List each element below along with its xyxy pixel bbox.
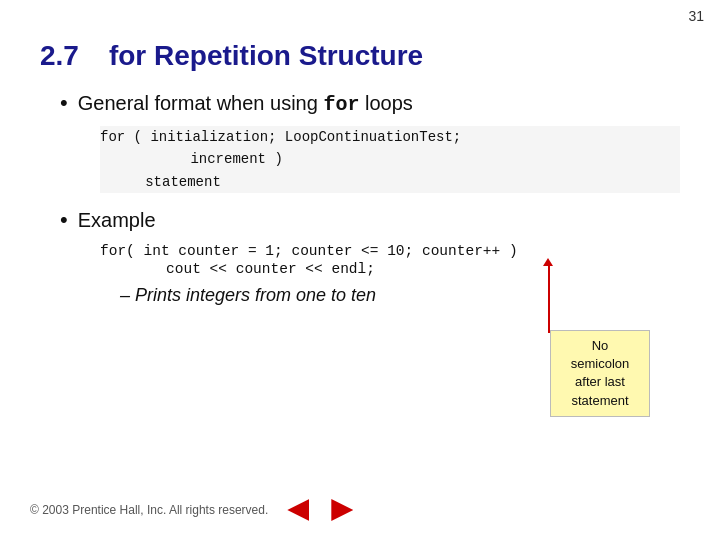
bullet2-text: • Example	[60, 207, 680, 233]
slide-number: 31	[688, 8, 704, 24]
bullet1-after: loops	[359, 92, 412, 114]
callout-line4: statement	[571, 393, 628, 408]
arrow-line	[548, 265, 550, 333]
bullet2-dot: •	[60, 207, 68, 233]
slide: 31 2.7 for Repetition Structure • Genera…	[0, 0, 720, 540]
code-block1: for ( initialization; LoopContinuationTe…	[100, 126, 680, 193]
code-line-for: for( int counter = 1; counter <= 10; cou…	[100, 243, 680, 259]
bullet1-content: General format when using for loops	[78, 92, 413, 116]
title-text: for Repetition Structure	[109, 40, 423, 72]
callout-box: No semicolon after last statement	[550, 330, 650, 417]
bullet2-container: • Example for( int counter = 1; counter …	[60, 207, 680, 306]
prev-icon	[287, 499, 309, 521]
next-icon	[331, 499, 353, 521]
bullet1-text: • General format when using for loops	[60, 90, 680, 116]
bullet1-container: • General format when using for loops fo…	[60, 90, 680, 193]
prev-button[interactable]	[284, 496, 312, 524]
code-line-cout: cout << counter << endl;	[140, 261, 680, 277]
code-line2: increment )	[140, 148, 680, 170]
bullet2-content: Example	[78, 209, 156, 232]
bullet1-dot: •	[60, 90, 68, 116]
next-button[interactable]	[328, 496, 356, 524]
callout-line2: semicolon	[571, 356, 630, 371]
title-section: 2.7	[40, 40, 79, 72]
callout-line3: after last	[575, 374, 625, 389]
footer: © 2003 Prentice Hall, Inc. All rights re…	[30, 496, 356, 524]
code-line1: for ( initialization; LoopContinuationTe…	[100, 126, 680, 148]
title-row: 2.7 for Repetition Structure	[40, 40, 680, 72]
footer-copyright: © 2003 Prentice Hall, Inc. All rights re…	[30, 503, 268, 517]
code-line3: statement	[120, 171, 680, 193]
italic-note: – Prints integers from one to ten	[120, 285, 680, 306]
bullet1-code: for	[323, 93, 359, 116]
callout-line1: No	[592, 338, 609, 353]
bullet1-before: General format when using	[78, 92, 324, 114]
